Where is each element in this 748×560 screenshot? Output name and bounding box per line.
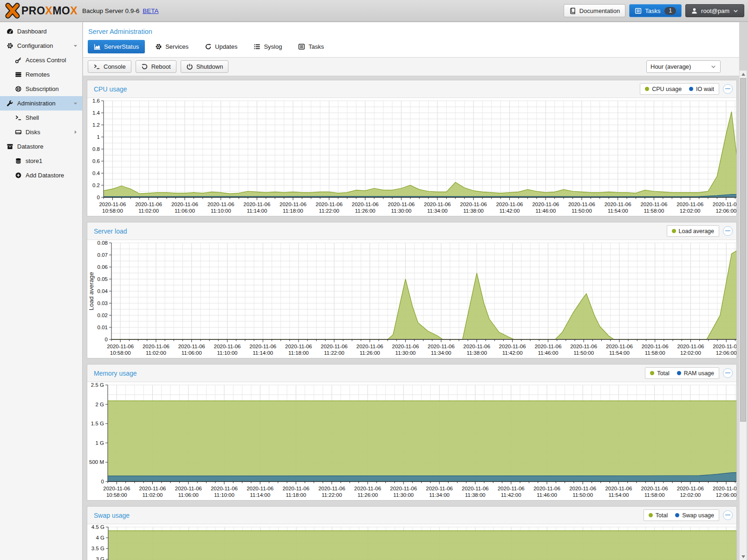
app-header: PROXMOX Backup Server 0.9-6 BETA Documen… <box>0 0 748 22</box>
console-button[interactable]: Console <box>88 60 131 73</box>
svg-text:11:46:00: 11:46:00 <box>535 208 556 214</box>
sidebar-item-subscription[interactable]: Subscription <box>0 82 82 96</box>
svg-text:0.07: 0.07 <box>98 252 108 258</box>
swap-usage-chart: 0500 M1 G1.5 G2 G2.5 G3 G3.5 G4 G4.5 G20… <box>87 524 736 560</box>
scroll-down-arrow[interactable] <box>740 553 747 560</box>
swap-usage-panel-header: Swap usageTotalSwap usage <box>87 507 736 524</box>
svg-text:11:38:00: 11:38:00 <box>467 350 487 356</box>
sidebar-item-disks[interactable]: Disks <box>0 125 82 139</box>
svg-text:11:42:00: 11:42:00 <box>500 208 520 214</box>
svg-text:11:58:00: 11:58:00 <box>645 350 665 356</box>
scrollbar-thumb[interactable] <box>740 78 746 422</box>
button-label: Shutdown <box>196 63 223 70</box>
svg-text:2020-11-06: 2020-11-06 <box>178 344 205 349</box>
tab-syslog[interactable]: Syslog <box>247 40 288 53</box>
button-label: Reboot <box>151 63 171 70</box>
proxmox-x-logo-icon <box>5 3 20 19</box>
svg-text:12:06:00: 12:06:00 <box>716 492 736 498</box>
sidebar-item-shell[interactable]: Shell <box>0 111 82 125</box>
svg-text:11:14:00: 11:14:00 <box>253 350 273 356</box>
svg-text:11:02:00: 11:02:00 <box>138 208 159 214</box>
svg-text:11:34:00: 11:34:00 <box>429 492 449 498</box>
sidebar-item-add-datastore[interactable]: Add Datastore <box>0 168 82 182</box>
range-select[interactable]: Hour (average) <box>646 60 721 73</box>
scroll-up-arrow[interactable] <box>740 71 747 78</box>
svg-text:2 G: 2 G <box>95 402 104 407</box>
vertical-scrollbar[interactable] <box>739 71 747 560</box>
legend-entry: Total <box>649 512 668 519</box>
key-icon <box>13 57 23 64</box>
svg-text:11:10:00: 11:10:00 <box>214 492 234 498</box>
memory-usage-panel-header: Memory usageTotalRAM usage <box>87 365 736 382</box>
collapse-panel-icon[interactable] <box>723 510 733 520</box>
sidebar-item-dashboard[interactable]: Dashboard <box>0 24 82 39</box>
sidebar-item-remotes[interactable]: Remotes <box>0 67 82 82</box>
svg-text:2020-11-06: 2020-11-06 <box>319 486 345 491</box>
sidebar-item-administration[interactable]: Administration <box>0 96 82 111</box>
sidebar-item-label: Remotes <box>26 71 50 78</box>
svg-text:11:14:00: 11:14:00 <box>250 492 270 498</box>
shutdown-button[interactable]: Shutdown <box>181 60 229 73</box>
reboot-button[interactable]: Reboot <box>136 60 176 73</box>
svg-text:2020-11-06: 2020-11-06 <box>103 486 130 491</box>
sidebar-item-store1[interactable]: store1 <box>0 154 82 168</box>
svg-text:11:14:00: 11:14:00 <box>247 208 267 214</box>
svg-text:2020-11-06: 2020-11-06 <box>316 202 343 207</box>
beta-link[interactable]: BETA <box>143 7 158 14</box>
svg-text:0.08: 0.08 <box>98 240 108 246</box>
svg-text:11:50:00: 11:50:00 <box>572 208 592 214</box>
collapse-panel-icon[interactable] <box>723 84 733 94</box>
documentation-button[interactable]: Documentation <box>564 4 625 17</box>
svg-text:4.5 G: 4.5 G <box>91 524 104 530</box>
legend-entry: IO wait <box>689 86 714 92</box>
terminal-icon <box>93 63 100 70</box>
chart-area-icon <box>94 43 101 50</box>
svg-text:2020-11-06: 2020-11-06 <box>135 202 162 207</box>
caret-right-icon[interactable] <box>72 129 78 135</box>
tab-label: Services <box>165 43 189 50</box>
caret-down-icon[interactable] <box>72 100 78 106</box>
legend-entry: Load average <box>672 228 714 234</box>
user-menu-button[interactable]: root@pam <box>685 4 744 17</box>
proxmox-logo[interactable]: PROXMOX <box>5 3 78 19</box>
collapse-panel-icon[interactable] <box>723 368 733 378</box>
svg-text:11:58:00: 11:58:00 <box>644 208 664 214</box>
tab-tasks[interactable]: Tasks <box>292 40 330 53</box>
tab-updates[interactable]: Updates <box>199 40 243 53</box>
tab-serverstatus[interactable]: ServerStatus <box>88 40 145 53</box>
caret-down-icon[interactable] <box>72 43 78 49</box>
legend-label: Swap usage <box>682 512 714 519</box>
svg-text:2020-11-06: 2020-11-06 <box>243 202 270 207</box>
plus-circle-icon <box>13 172 23 179</box>
sidebar-item-label: Administration <box>17 100 55 107</box>
legend-entry: RAM usage <box>677 370 714 377</box>
sidebar-item-access-control[interactable]: Access Control <box>0 53 82 67</box>
svg-text:11:38:00: 11:38:00 <box>465 492 486 498</box>
svg-text:2020-11-06: 2020-11-06 <box>569 486 596 491</box>
svg-text:2020-11-06: 2020-11-06 <box>208 202 234 207</box>
memory-usage-panel: Memory usageTotalRAM usage0500 M1 G1.5 G… <box>87 364 737 501</box>
svg-text:12:06:00: 12:06:00 <box>716 350 736 356</box>
svg-text:11:18:00: 11:18:00 <box>288 350 309 356</box>
svg-text:11:18:00: 11:18:00 <box>283 208 303 214</box>
svg-text:11:42:00: 11:42:00 <box>501 492 521 498</box>
chevron-down-icon <box>710 64 716 70</box>
svg-text:11:22:00: 11:22:00 <box>324 350 345 356</box>
svg-text:12:02:00: 12:02:00 <box>680 208 701 214</box>
collapse-panel-icon[interactable] <box>723 226 733 236</box>
tab-services[interactable]: Services <box>149 40 195 53</box>
svg-text:0.06: 0.06 <box>98 264 108 270</box>
list-icon <box>254 43 260 50</box>
book-icon <box>569 7 576 14</box>
proxmox-backup-app: PROXMOX Backup Server 0.9-6 BETA Documen… <box>0 0 748 560</box>
sidebar-item-datastore[interactable]: Datastore <box>0 139 82 154</box>
sidebar-item-configuration[interactable]: Configuration <box>0 39 82 53</box>
cpu-usage-legend: CPU usageIO wait <box>640 83 719 95</box>
svg-text:10:58:00: 10:58:00 <box>106 492 127 498</box>
svg-text:2020-11-06: 2020-11-06 <box>428 344 455 349</box>
svg-text:0.01: 0.01 <box>98 325 108 330</box>
user-label: root@pam <box>701 7 729 14</box>
tasks-button[interactable]: Tasks 1 <box>629 4 682 17</box>
server-load-panel-header: Server loadLoad average <box>87 222 736 240</box>
svg-text:2020-11-06: 2020-11-06 <box>357 344 384 349</box>
